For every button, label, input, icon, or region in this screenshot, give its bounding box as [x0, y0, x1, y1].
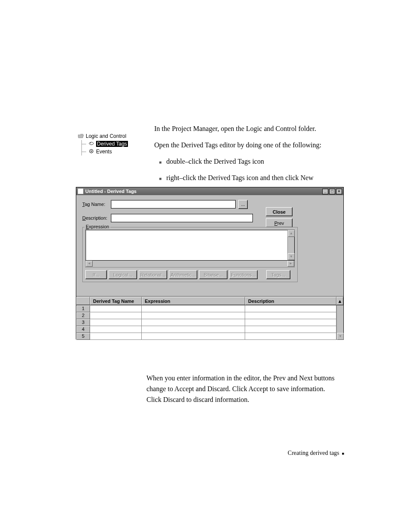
tree-item-events[interactable]: Events	[78, 148, 147, 156]
functions-button[interactable]: Functions...	[229, 270, 258, 279]
arithmetic-button[interactable]: Arithmetic...	[169, 270, 197, 279]
project-tree: Logic and Control Derived Tags Events	[78, 132, 147, 156]
bitwise-button[interactable]: Bitwise...	[199, 270, 227, 279]
footer-square-icon: ■	[342, 451, 344, 456]
cell-expression[interactable]	[142, 305, 245, 312]
table-row[interactable]: 3	[76, 319, 343, 326]
intro-text-block: In the Project Manager, open the Logic a…	[154, 124, 344, 189]
tag-icon	[88, 141, 94, 147]
cell-tagname[interactable]	[90, 319, 142, 326]
window-title: Untitled - Derived Tags	[85, 189, 137, 194]
tree-item-derived-tags[interactable]: Derived Tags	[78, 140, 147, 148]
grid-corner[interactable]	[76, 297, 90, 305]
relational-button[interactable]: Relational...	[139, 270, 167, 279]
grid-vscrollbar[interactable]: ▼	[336, 305, 343, 340]
footer-text: Creating derived tags	[288, 450, 339, 456]
document-icon	[78, 188, 84, 194]
table-row[interactable]: 4	[76, 326, 343, 333]
editor-note-text: When you enter information in the editor…	[146, 373, 340, 405]
cell-description[interactable]	[245, 305, 336, 312]
gear-icon	[88, 149, 94, 155]
description-label: Description:	[82, 215, 111, 221]
scroll-left-icon[interactable]: ◄	[86, 261, 93, 267]
svg-point-0	[89, 142, 93, 145]
scroll-up-icon[interactable]: ▲	[336, 297, 343, 305]
description-input[interactable]	[111, 214, 253, 222]
table-row[interactable]: 2	[76, 312, 343, 319]
close-window-button[interactable]: ×	[336, 189, 342, 194]
tree-label-selected: Derived Tags	[96, 141, 128, 147]
cell-description[interactable]	[245, 326, 336, 333]
cell-tagname[interactable]	[90, 333, 142, 340]
cell-expression[interactable]	[142, 312, 245, 319]
cell-tagname[interactable]	[90, 312, 142, 319]
cell-description[interactable]	[245, 319, 336, 326]
grid-header-description[interactable]: Description	[245, 297, 336, 305]
scroll-down-icon[interactable]: ▼	[337, 333, 344, 340]
intro-bullet-1: double–click the Derived Tags icon	[164, 156, 344, 167]
tagname-label: Tag Name:	[82, 202, 111, 207]
svg-point-1	[90, 143, 91, 143]
tree-label: Events	[96, 149, 112, 155]
logical-button[interactable]: Logical...	[109, 270, 137, 279]
cell-expression[interactable]	[142, 326, 245, 333]
intro-p1: In the Project Manager, open the Logic a…	[154, 124, 344, 134]
cell-tagname[interactable]	[90, 326, 142, 333]
row-number[interactable]: 1	[76, 305, 90, 312]
page-footer: Creating derived tags■	[288, 450, 344, 457]
cell-description[interactable]	[245, 333, 336, 340]
window-titlebar[interactable]: Untitled - Derived Tags _ □ ×	[76, 187, 343, 195]
derived-tags-grid: Derived Tag Name Expression Description …	[76, 296, 343, 339]
grid-header-tagname[interactable]: Derived Tag Name	[90, 297, 142, 305]
derived-tags-window: Untitled - Derived Tags _ □ × Close Prev…	[76, 187, 344, 339]
close-button[interactable]: Close	[266, 207, 293, 216]
cell-tagname[interactable]	[90, 305, 142, 312]
expression-hscrollbar[interactable]: ◄ ►	[85, 261, 295, 268]
scroll-right-icon[interactable]: ►	[287, 261, 294, 267]
row-number[interactable]: 4	[76, 326, 90, 333]
prev-button[interactable]: Prev	[266, 218, 293, 227]
row-number[interactable]: 3	[76, 319, 90, 326]
cell-expression[interactable]	[142, 319, 245, 326]
expression-textarea[interactable]: ▲ ▼	[85, 230, 295, 261]
expression-label: Expression	[84, 224, 110, 229]
cell-description[interactable]	[245, 312, 336, 319]
tree-folder-logic-control[interactable]: Logic and Control	[78, 132, 147, 140]
scroll-down-icon[interactable]: ▼	[288, 253, 295, 260]
cell-expression[interactable]	[142, 333, 245, 340]
folder-open-icon	[78, 133, 84, 140]
tags-button[interactable]: Tags...	[266, 270, 290, 279]
intro-p2: Open the Derived Tags editor by doing on…	[154, 140, 344, 150]
table-row[interactable]: 5	[76, 333, 343, 340]
if-button[interactable]: If...	[85, 270, 107, 279]
svg-point-3	[91, 150, 92, 152]
grid-header-expression[interactable]: Expression	[142, 297, 245, 305]
expression-group: Expression ▲ ▼ ◄ ► If... Logical... Rela…	[82, 227, 298, 282]
table-row[interactable]: 1	[76, 305, 343, 312]
maximize-button[interactable]: □	[329, 189, 335, 194]
scroll-up-icon[interactable]: ▲	[288, 230, 295, 237]
minimize-button[interactable]: _	[322, 189, 328, 194]
row-number[interactable]: 5	[76, 333, 90, 340]
intro-bullet-2: right–click the Derived Tags icon and th…	[164, 173, 344, 183]
tagname-input[interactable]	[111, 200, 236, 208]
browse-tag-button[interactable]: ...	[238, 200, 248, 209]
tree-label: Logic and Control	[86, 133, 126, 139]
expression-vscrollbar[interactable]: ▲ ▼	[287, 230, 294, 260]
row-number[interactable]: 2	[76, 312, 90, 319]
